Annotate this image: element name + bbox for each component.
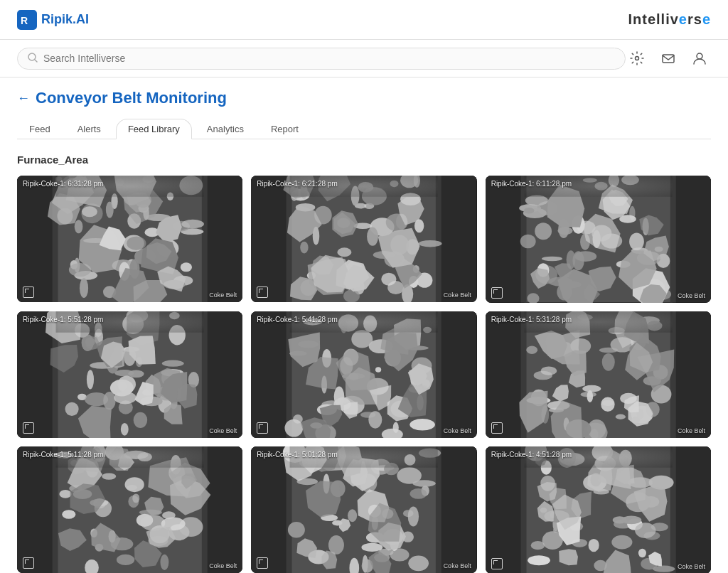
ripik-logo-icon: R — [17, 10, 37, 30]
video-label: Coke Belt — [444, 291, 471, 299]
tabs-container: Feed Alerts Feed Library Analytics Repor… — [17, 119, 711, 139]
video-label: Coke Belt — [678, 292, 705, 299]
page-title: Conveyor Belt Monitoring — [36, 89, 227, 107]
svg-rect-384 — [486, 311, 711, 439]
svg-rect-573 — [486, 446, 711, 573]
fullscreen-icon[interactable] — [257, 422, 268, 434]
svg-rect-321 — [251, 311, 476, 438]
svg-rect-132 — [251, 176, 476, 302]
video-card-4[interactable]: Ripik-Coke-1: 5:51:28 pm Coke Belt — [17, 311, 242, 438]
svg-rect-5 — [663, 55, 674, 63]
search-icon — [28, 53, 38, 65]
fullscreen-icon[interactable] — [491, 287, 503, 299]
ripik-logo-text: Ripik.AI — [41, 12, 89, 27]
tab-feed[interactable]: Feed — [17, 119, 63, 139]
video-card-2[interactable]: Ripik-Coke-1: 6:21:28 pm Coke Belt — [251, 176, 476, 302]
video-card-7[interactable]: Ripik-Coke-1: 5:11:28 pm Coke Belt — [17, 446, 242, 573]
video-timestamp: Ripik-Coke-1: 5:01:28 pm — [257, 451, 337, 459]
video-card-9[interactable]: Ripik-Coke-1: 4:51:28 pm Coke Belt — [486, 446, 711, 573]
video-card-5[interactable]: Ripik-Coke-1: 5:41:28 pm Coke Belt — [251, 311, 476, 438]
video-timestamp: Ripik-Coke-1: 4:51:28 pm — [491, 451, 572, 459]
svg-line-3 — [35, 60, 37, 62]
video-timestamp: Ripik-Coke-1: 5:51:28 pm — [23, 316, 103, 323]
fullscreen-icon[interactable] — [23, 286, 34, 298]
svg-rect-510 — [251, 446, 476, 573]
search-input[interactable] — [43, 53, 615, 64]
svg-point-6 — [697, 53, 702, 59]
video-label: Coke Belt — [209, 562, 237, 569]
svg-rect-258 — [17, 311, 242, 438]
user-icon[interactable] — [688, 47, 711, 70]
tab-feed-library[interactable]: Feed Library — [116, 119, 192, 139]
fullscreen-icon[interactable] — [491, 422, 503, 434]
tab-alerts[interactable]: Alerts — [65, 119, 113, 139]
back-nav: ← Conveyor Belt Monitoring — [17, 89, 711, 107]
svg-point-4 — [636, 57, 639, 60]
video-timestamp: Ripik-Coke-1: 5:11:28 pm — [23, 451, 103, 459]
search-bar-wrapper — [0, 40, 728, 77]
video-grid: Ripik-Coke-1: 6:31:28 pm Coke Belt — [17, 176, 711, 573]
video-card-8[interactable]: Ripik-Coke-1: 5:01:28 pm Coke Belt — [251, 446, 476, 573]
logo-ripik: R Ripik.AI — [17, 10, 89, 30]
video-timestamp: Ripik-Coke-1: 6:21:28 pm — [257, 180, 337, 188]
fullscreen-icon[interactable] — [23, 422, 34, 434]
page-content: ← Conveyor Belt Monitoring Feed Alerts F… — [0, 77, 728, 573]
video-label: Coke Belt — [209, 291, 237, 299]
fullscreen-icon[interactable] — [491, 558, 503, 569]
video-label: Coke Belt — [678, 563, 705, 570]
fullscreen-icon[interactable] — [23, 557, 34, 569]
svg-rect-69 — [17, 176, 242, 302]
header: R Ripik.AI Intelliverse — [0, 0, 728, 40]
video-label: Coke Belt — [444, 427, 471, 434]
intelliverse-logo: Intelliverse — [628, 11, 711, 28]
video-label: Coke Belt — [209, 427, 237, 434]
search-container — [17, 48, 626, 70]
fullscreen-icon[interactable] — [257, 557, 268, 569]
back-button[interactable]: ← — [17, 91, 30, 106]
video-timestamp: Ripik-Coke-1: 5:41:28 pm — [257, 316, 337, 323]
svg-rect-195 — [486, 176, 711, 303]
intelliverse-highlight: e — [679, 11, 687, 27]
svg-rect-447 — [17, 446, 242, 573]
video-label: Coke Belt — [444, 562, 471, 569]
svg-text:R: R — [21, 15, 28, 26]
tab-report[interactable]: Report — [259, 119, 311, 139]
video-timestamp: Ripik-Coke-1: 5:31:28 pm — [491, 316, 572, 323]
video-card-6[interactable]: Ripik-Coke-1: 5:31:28 pm Coke Belt — [486, 311, 711, 439]
video-timestamp: Ripik-Coke-1: 6:11:28 pm — [491, 180, 572, 188]
settings-icon[interactable] — [626, 47, 648, 70]
video-card-3[interactable]: Ripik-Coke-1: 6:11:28 pm Coke Belt — [486, 176, 711, 303]
video-timestamp: Ripik-Coke-1: 6:31:28 pm — [23, 180, 103, 188]
video-card-1[interactable]: Ripik-Coke-1: 6:31:28 pm Coke Belt — [17, 176, 242, 302]
action-icons — [626, 47, 711, 70]
section-title: Furnace_Area — [17, 154, 711, 166]
tab-analytics[interactable]: Analytics — [195, 119, 256, 139]
video-label: Coke Belt — [678, 427, 705, 434]
fullscreen-icon[interactable] — [257, 286, 268, 298]
mail-icon[interactable] — [657, 47, 680, 70]
